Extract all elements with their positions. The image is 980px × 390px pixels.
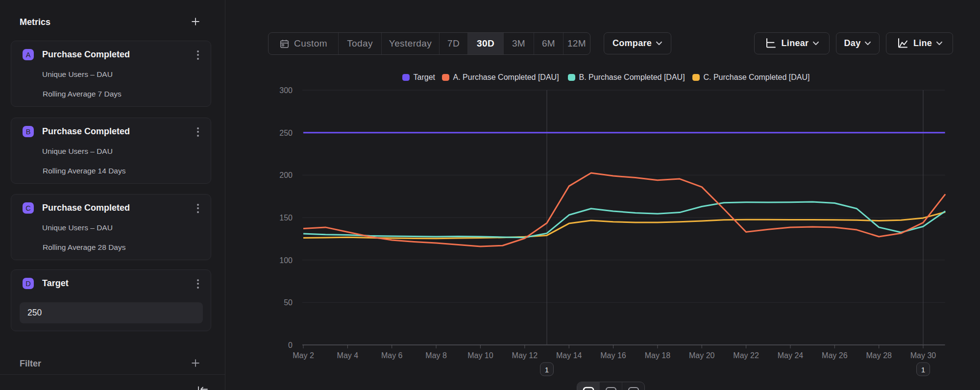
svg-text:May 2: May 2: [293, 351, 314, 360]
svg-text:May 12: May 12: [512, 351, 538, 360]
svg-text:1: 1: [545, 366, 549, 374]
svg-text:May 28: May 28: [866, 351, 892, 360]
svg-text:300: 300: [279, 86, 293, 95]
svg-text:May 8: May 8: [425, 351, 447, 360]
svg-text:May 20: May 20: [689, 351, 715, 360]
svg-text:May 6: May 6: [381, 351, 403, 360]
svg-text:1: 1: [921, 366, 925, 374]
svg-text:100: 100: [279, 256, 293, 265]
svg-text:May 14: May 14: [556, 351, 582, 360]
svg-text:May 24: May 24: [778, 351, 804, 360]
svg-text:50: 50: [284, 298, 293, 307]
svg-text:150: 150: [279, 214, 293, 222]
svg-text:250: 250: [279, 129, 293, 137]
svg-text:May 4: May 4: [337, 351, 359, 360]
svg-text:May 18: May 18: [645, 351, 671, 360]
svg-text:May 16: May 16: [600, 351, 626, 360]
svg-text:0: 0: [288, 341, 293, 349]
svg-text:May 26: May 26: [822, 351, 848, 360]
svg-text:May 22: May 22: [733, 351, 759, 360]
svg-text:May 10: May 10: [467, 351, 493, 360]
svg-text:May 30: May 30: [910, 351, 936, 360]
svg-text:200: 200: [279, 171, 293, 179]
